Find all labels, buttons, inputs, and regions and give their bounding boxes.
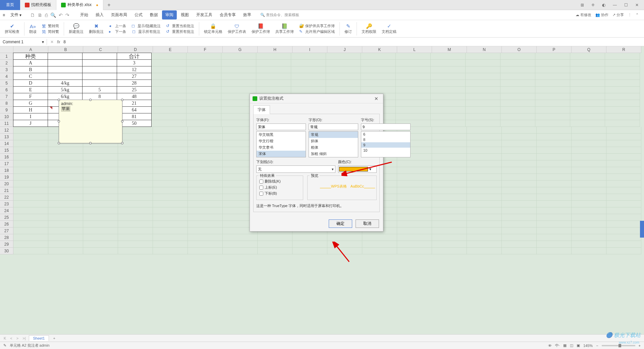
cell[interactable] xyxy=(537,147,572,154)
cell[interactable] xyxy=(118,147,153,154)
ribbon-tab-公式[interactable]: 公式 xyxy=(131,10,146,19)
cell[interactable] xyxy=(118,194,153,201)
cell[interactable] xyxy=(606,147,641,154)
cell[interactable] xyxy=(327,248,362,254)
cell[interactable] xyxy=(502,207,537,214)
zoom-value[interactable]: 145% xyxy=(583,344,593,348)
cell[interactable] xyxy=(118,221,153,228)
cell[interactable] xyxy=(502,228,537,234)
cell[interactable] xyxy=(188,214,223,221)
cell[interactable]: 6/kg xyxy=(48,93,83,100)
cell[interactable] xyxy=(361,66,396,73)
cell[interactable] xyxy=(570,87,605,93)
cell[interactable] xyxy=(13,241,48,248)
save-as-icon[interactable]: 🗎 xyxy=(38,12,42,18)
cell[interactable] xyxy=(572,221,606,228)
cell[interactable] xyxy=(570,80,605,87)
zoom-slider[interactable] xyxy=(602,345,635,346)
cell[interactable] xyxy=(432,160,467,167)
cell[interactable] xyxy=(153,181,188,187)
cell[interactable] xyxy=(535,107,570,113)
cell[interactable] xyxy=(48,160,83,167)
cell[interactable] xyxy=(83,174,118,181)
cell[interactable] xyxy=(13,167,48,174)
cell[interactable]: H xyxy=(13,106,48,113)
cell[interactable] xyxy=(186,87,221,93)
cell[interactable] xyxy=(432,127,467,134)
cell[interactable] xyxy=(48,167,83,174)
cell[interactable] xyxy=(467,140,502,147)
cell[interactable] xyxy=(572,154,606,160)
cell[interactable] xyxy=(291,66,326,73)
list-item[interactable]: 常规 xyxy=(309,132,358,138)
cell[interactable] xyxy=(292,234,327,241)
cell[interactable] xyxy=(83,234,118,241)
col-header[interactable]: C xyxy=(83,46,118,53)
cell[interactable] xyxy=(502,214,537,221)
layout-icon[interactable]: ⊞ xyxy=(579,2,586,8)
cell[interactable] xyxy=(467,127,502,134)
row-header[interactable]: 6 xyxy=(0,87,13,93)
cell[interactable] xyxy=(606,201,641,207)
row-header[interactable]: 25 xyxy=(0,214,13,221)
cell[interactable] xyxy=(152,73,186,80)
cell[interactable] xyxy=(502,248,537,254)
cell[interactable] xyxy=(118,214,153,221)
cell[interactable] xyxy=(572,127,606,134)
select-all-corner[interactable] xyxy=(0,46,13,53)
cell[interactable] xyxy=(82,80,117,87)
cell[interactable] xyxy=(500,53,535,60)
cell[interactable] xyxy=(606,207,641,214)
cell[interactable] xyxy=(535,53,570,60)
ribbon-tab-视图[interactable]: 视图 xyxy=(177,10,192,19)
cell[interactable] xyxy=(537,187,572,194)
row-header[interactable]: 22 xyxy=(0,194,13,201)
cell[interactable] xyxy=(537,160,572,167)
cell[interactable] xyxy=(83,194,118,201)
cell[interactable] xyxy=(432,194,467,201)
cell[interactable] xyxy=(256,80,291,87)
cell[interactable]: B xyxy=(13,66,48,73)
cancel-button[interactable]: 取消 xyxy=(356,219,379,228)
protect-sheet-button[interactable]: 🛡保护工作表 xyxy=(226,21,248,37)
cell[interactable] xyxy=(152,93,186,100)
col-header[interactable]: N xyxy=(467,46,502,53)
row-header[interactable]: 2 xyxy=(0,60,13,66)
cell[interactable]: 25 xyxy=(117,86,152,93)
cell[interactable] xyxy=(152,107,186,113)
cell[interactable] xyxy=(152,80,186,87)
cell[interactable] xyxy=(83,207,118,214)
cell[interactable] xyxy=(467,241,502,248)
cell[interactable] xyxy=(431,107,466,113)
cell[interactable] xyxy=(188,228,223,234)
cell[interactable]: 28 xyxy=(117,80,152,87)
cell[interactable] xyxy=(397,194,432,201)
cell[interactable] xyxy=(326,60,361,66)
cell[interactable] xyxy=(13,221,48,228)
cell[interactable] xyxy=(432,154,467,160)
cell[interactable] xyxy=(118,160,153,167)
cell[interactable] xyxy=(537,214,572,221)
sheet-nav-last[interactable]: >| xyxy=(21,336,26,340)
cell[interactable] xyxy=(83,214,118,221)
cell[interactable] xyxy=(432,181,467,187)
cell[interactable] xyxy=(537,234,572,241)
coop-button[interactable]: 👥 协作 xyxy=(595,12,608,17)
cell[interactable] xyxy=(502,194,537,201)
list-item[interactable]: 10 xyxy=(361,148,410,153)
cell[interactable] xyxy=(256,53,291,60)
row-header[interactable]: 30 xyxy=(0,248,13,254)
view-break-icon[interactable]: ▣ xyxy=(577,343,580,348)
cell[interactable] xyxy=(118,167,153,174)
cell[interactable] xyxy=(152,120,186,127)
cell[interactable] xyxy=(153,214,188,221)
cell[interactable] xyxy=(223,241,258,248)
protect-workbook-button[interactable]: 📕保护工作簿 xyxy=(250,21,272,37)
cell[interactable] xyxy=(467,248,502,254)
row-header[interactable]: 16 xyxy=(0,154,13,160)
cell[interactable] xyxy=(466,80,500,87)
cell[interactable] xyxy=(432,221,467,228)
cell[interactable] xyxy=(327,234,362,241)
cell[interactable] xyxy=(186,113,221,120)
cell[interactable] xyxy=(397,160,432,167)
